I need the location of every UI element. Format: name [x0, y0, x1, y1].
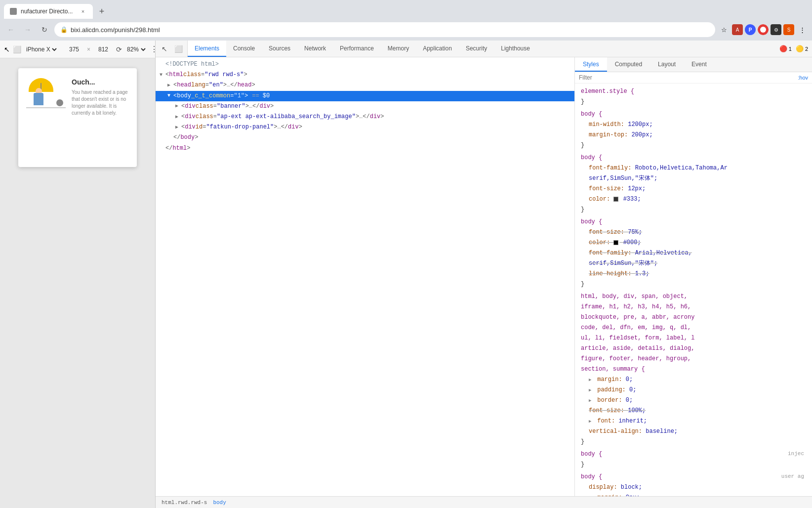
- css-selector-body1: body {: [581, 111, 602, 118]
- ext-icon-4[interactable]: ⚙: [771, 24, 781, 35]
- html-line-head[interactable]: ▶ <head lang="en" > … </head>: [156, 80, 574, 90]
- breadcrumb-body[interactable]: body: [211, 499, 228, 506]
- tab-network[interactable]: Network: [297, 41, 333, 57]
- html-line-html[interactable]: ▼ <html class="rwd rwd-s" >: [156, 70, 574, 80]
- tab-performance[interactable]: Performance: [333, 41, 381, 57]
- div-banner-arrow[interactable]: ▶: [175, 102, 181, 110]
- tab-computed[interactable]: Computed: [607, 57, 650, 72]
- cursor-tool-button[interactable]: ↖: [159, 43, 170, 55]
- ext-icon-3[interactable]: [758, 24, 769, 35]
- reset-selector-line6: article, aside, details, dialog,: [581, 345, 694, 352]
- css-rule-body-1: body { min-width: 1200px; margin-top: 20…: [575, 108, 812, 152]
- css-rule-reset: html, body, div, span, object, iframe, h…: [575, 291, 812, 448]
- html-line-div-ap-ext[interactable]: ▶ <div class="ap-ext ap-ext-alibaba_sear…: [156, 112, 574, 122]
- address-bar[interactable]: 🔒 bixi.alicdn.com/punish/298.html: [54, 22, 715, 37]
- error-count-badge: 🔴 1: [779, 45, 792, 52]
- styles-content: element.style { } body { min-width: 1200…: [575, 84, 812, 496]
- color-swatch-333: [613, 197, 618, 202]
- html-line-body-close: </body>: [156, 132, 574, 143]
- tab-title: nufacturer Directo...: [21, 8, 75, 15]
- ouch-description: You have reached a page that doesn't exi…: [72, 89, 129, 117]
- css-selector-body-ua: body {: [581, 473, 602, 480]
- tab-application[interactable]: Application: [416, 41, 459, 57]
- html-expand-arrow[interactable]: ▼: [160, 71, 165, 79]
- html-line-body[interactable]: ▼ <body _c_t_common="1" > == $0: [156, 91, 574, 101]
- warning-icon: 🟡: [796, 45, 804, 52]
- tab-memory[interactable]: Memory: [381, 41, 416, 57]
- cursor-icon: ↖: [4, 45, 10, 53]
- address-text: bixi.alicdn.com/punish/298.html: [71, 26, 709, 34]
- css-rule-body-injec: body { } injec: [575, 448, 812, 471]
- css-selector-body3: body {: [581, 218, 602, 225]
- back-button[interactable]: ←: [4, 23, 18, 37]
- dim-separator: ×: [87, 46, 90, 53]
- html-line-div-fatkun[interactable]: ▶ <div id="fatkun-drop-panel" >… </div>: [156, 122, 574, 132]
- css-closing-brace: }: [581, 142, 584, 149]
- zoom-selector[interactable]: 82%: [125, 45, 147, 53]
- html-tree-panel: <!DOCTYPE html> ▼ <html class="rwd rwd-s…: [156, 57, 575, 496]
- devtools-body: <!DOCTYPE html> ▼ <html class="rwd rwd-s…: [156, 57, 812, 496]
- browser-window: nufacturer Directo... × + ← → ↻ 🔒 bixi.a…: [0, 0, 812, 508]
- reset-selector-line4: code, del, dfn, em, img, q, dl,: [581, 324, 691, 331]
- injec-label: injec: [788, 449, 806, 470]
- width-input[interactable]: [64, 46, 84, 53]
- tab-lighthouse[interactable]: Lighthouse: [494, 41, 537, 57]
- div-fatkun-arrow[interactable]: ▶: [175, 124, 181, 131]
- ext-icon-2[interactable]: P: [745, 24, 756, 35]
- tab-console[interactable]: Console: [226, 41, 262, 57]
- warning-count-badge: 🟡 2: [796, 45, 808, 52]
- css-rule-body-3: body { font-size: 75%; color:: [575, 216, 812, 291]
- ext-icon-5[interactable]: S: [783, 24, 794, 35]
- warning-count: 2: [805, 46, 808, 52]
- refresh-button[interactable]: ↻: [38, 23, 51, 37]
- tab-sources[interactable]: Sources: [262, 41, 297, 57]
- breadcrumb-bar: html.rwd.rwd-s body: [156, 496, 812, 508]
- star-button[interactable]: ☆: [718, 24, 730, 36]
- more-button[interactable]: ⋮: [796, 24, 808, 36]
- error-icon: 🔴: [779, 45, 787, 52]
- tab-elements[interactable]: Elements: [188, 41, 226, 57]
- reset-selector-line5: ul, li, fieldset, form, label, l: [581, 335, 694, 341]
- head-expand-arrow[interactable]: ▶: [167, 82, 173, 89]
- tab-security[interactable]: Security: [459, 41, 494, 57]
- device-selector[interactable]: iPhone X: [24, 45, 58, 53]
- reset-selector-line7: figure, footer, header, hgroup,: [581, 355, 691, 362]
- device-tool-button[interactable]: ⬜: [172, 43, 184, 55]
- css-closing-brace: }: [581, 206, 584, 213]
- forward-button[interactable]: →: [21, 23, 35, 37]
- reset-selector-line2: iframe, h1, h2, h3, h4, h5, h6,: [581, 303, 691, 310]
- viewport-panel: ↖ ⬜ iPhone X × ⟳ 82% ⋮: [0, 41, 156, 508]
- doctype-text: <!DOCTYPE html>: [165, 60, 219, 69]
- tab-close-button[interactable]: ×: [79, 7, 87, 15]
- div-apext-arrow[interactable]: ▶: [175, 113, 181, 121]
- color-swatch-000: [613, 240, 618, 245]
- error-illustration: [26, 78, 66, 110]
- tab-styles[interactable]: Styles: [575, 57, 607, 72]
- error-count: 1: [789, 46, 792, 52]
- error-text-area: Ouch... You have reached a page that doe…: [72, 78, 129, 117]
- ext-icon-1[interactable]: A: [732, 24, 743, 35]
- devtools-toolbar: ↖ ⬜: [156, 41, 188, 57]
- hov-button[interactable]: :hov: [798, 75, 808, 81]
- breadcrumb-html[interactable]: html.rwd.rwd-s: [160, 499, 209, 506]
- styles-filter-row: :hov: [575, 72, 812, 84]
- rotate-icon[interactable]: ⟳: [116, 45, 122, 53]
- height-input[interactable]: [93, 46, 113, 53]
- styles-panel: Styles Computed Layout Event :hov: [575, 57, 812, 496]
- tab-layout[interactable]: Layout: [650, 57, 684, 72]
- css-rule-body-useragent: body { display: block; ▶ margin:: [575, 471, 812, 496]
- css-closing-brace: }: [581, 281, 584, 288]
- tab-event[interactable]: Event: [684, 57, 715, 72]
- css-selector: element.style {: [581, 88, 634, 95]
- browser-tab[interactable]: nufacturer Directo... ×: [4, 4, 93, 19]
- viewport-content: Ouch... You have reached a page that doe…: [0, 58, 155, 508]
- styles-filter-input[interactable]: [579, 74, 795, 81]
- ground-line: [26, 107, 66, 108]
- styles-sub-tabs: Styles Computed Layout Event: [575, 57, 812, 72]
- html-line-div-banner[interactable]: ▶ <div class="banner" >… </div>: [156, 101, 574, 112]
- reset-selector-line3: blockquote, pre, a, abbr, acrony: [581, 314, 694, 321]
- body-expand-arrow[interactable]: ▼: [167, 92, 173, 100]
- new-tab-button[interactable]: +: [95, 4, 109, 18]
- device-toolbar: ↖ ⬜ iPhone X × ⟳ 82% ⋮: [0, 41, 155, 58]
- responsive-icon: ⬜: [13, 45, 21, 53]
